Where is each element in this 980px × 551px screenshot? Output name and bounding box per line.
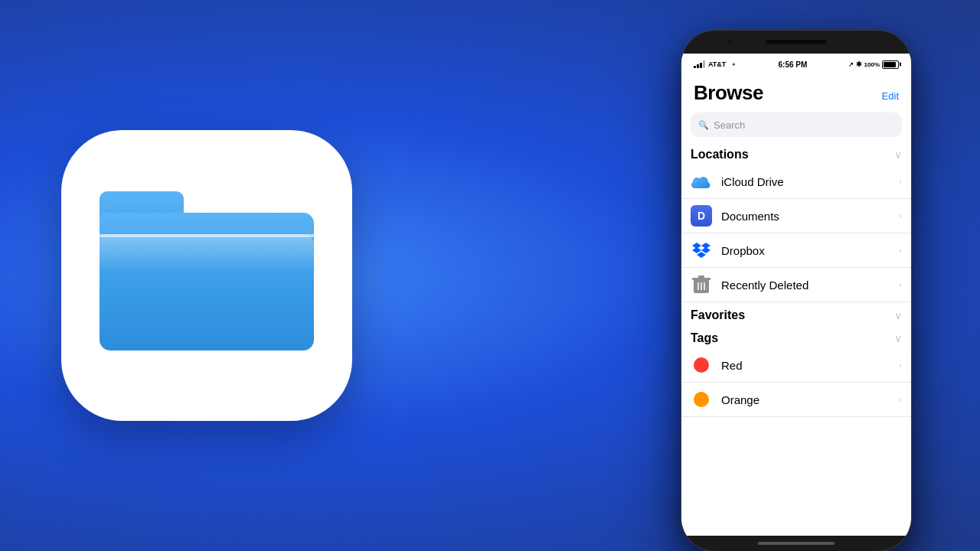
svg-rect-7	[698, 276, 704, 278]
signal-bars	[694, 60, 705, 68]
bluetooth-icon: ✱	[856, 60, 862, 68]
tags-chevron-icon: ∨	[894, 332, 902, 344]
documents-chevron-icon: ›	[899, 211, 902, 220]
favorites-chevron-icon: ∨	[894, 309, 902, 321]
list-item-tag-red[interactable]: Red ›	[681, 348, 911, 383]
files-app-content: Browse Edit 🔍 Search Locations ∨	[681, 75, 911, 536]
dropbox-svg	[691, 240, 711, 260]
list-item-icloud-drive[interactable]: iCloud Drive ›	[681, 165, 911, 199]
battery-icon	[882, 60, 899, 69]
signal-bar-2	[697, 64, 699, 68]
icloud-drive-chevron-icon: ›	[899, 177, 902, 186]
svg-marker-2	[692, 247, 701, 253]
svg-marker-4	[697, 252, 706, 258]
list-item-dropbox[interactable]: Dropbox ›	[681, 233, 911, 268]
search-icon: 🔍	[698, 120, 709, 130]
list-item-tag-orange[interactable]: Orange ›	[681, 383, 911, 417]
tags-section-header[interactable]: Tags ∨	[681, 325, 911, 348]
iphone-device: AT&T ﹢ 6:56 PM ↗ ✱ 100%	[681, 31, 911, 551]
favorites-section-header[interactable]: Favorites ∨	[681, 302, 911, 325]
signal-bar-4	[703, 60, 705, 68]
red-dot-icon	[694, 357, 709, 373]
favorites-title: Favorites	[691, 308, 745, 322]
dropbox-icon	[691, 240, 712, 261]
battery-container	[882, 60, 899, 69]
folder-icon	[100, 191, 314, 360]
page-title: Browse	[694, 81, 763, 105]
recently-deleted-label: Recently Deleted	[721, 279, 890, 292]
home-indicator	[758, 542, 835, 545]
status-left: AT&T ﹢	[694, 60, 737, 70]
speaker-grille	[766, 40, 827, 44]
recently-deleted-chevron-icon: ›	[899, 280, 902, 289]
nav-bar: Browse Edit	[681, 75, 911, 108]
list-item-recently-deleted[interactable]: Recently Deleted ›	[681, 268, 911, 302]
icloud-drive-label: iCloud Drive	[721, 175, 890, 188]
battery-label: 100%	[864, 61, 880, 68]
svg-marker-3	[701, 247, 710, 253]
dropbox-chevron-icon: ›	[899, 246, 902, 255]
svg-rect-6	[692, 278, 710, 280]
red-tag-chevron-icon: ›	[899, 360, 902, 370]
app-icon-container	[61, 130, 352, 421]
search-input[interactable]: Search	[714, 119, 745, 131]
locations-section-header[interactable]: Locations ∨	[681, 142, 911, 165]
iphone-mockup: AT&T ﹢ 6:56 PM ↗ ✱ 100%	[612, 0, 980, 551]
dropbox-label: Dropbox	[721, 244, 890, 257]
trash-icon	[691, 274, 712, 295]
locations-title: Locations	[691, 148, 749, 161]
documents-icon: D	[691, 205, 712, 227]
iphone-screen: AT&T ﹢ 6:56 PM ↗ ✱ 100%	[681, 54, 911, 536]
search-container: 🔍 Search	[681, 108, 911, 142]
trash-svg	[692, 275, 710, 295]
orange-tag-icon	[691, 389, 712, 410]
documents-label: Documents	[721, 210, 890, 223]
status-right: ↗ ✱ 100%	[848, 60, 899, 69]
search-bar[interactable]: 🔍 Search	[691, 112, 902, 137]
icloud-icon	[691, 171, 712, 192]
battery-fill	[884, 62, 896, 67]
locations-chevron-icon: ∨	[894, 148, 902, 161]
iphone-top-bar	[681, 31, 911, 54]
icloud-svg	[691, 174, 712, 189]
location-icon: ↗	[848, 61, 854, 68]
app-icon-section	[61, 130, 352, 421]
list-item-documents[interactable]: D Documents ›	[681, 199, 911, 233]
orange-dot-icon	[694, 392, 709, 407]
signal-bar-1	[694, 66, 696, 68]
folder-body	[100, 213, 314, 350]
orange-tag-label: Orange	[721, 393, 890, 406]
signal-bar-3	[700, 63, 702, 68]
wifi-icon: ﹢	[730, 60, 737, 70]
documents-d-icon: D	[691, 205, 712, 227]
orange-tag-chevron-icon: ›	[899, 395, 902, 404]
carrier-label: AT&T	[708, 60, 726, 68]
red-tag-icon	[691, 354, 712, 376]
edit-button[interactable]: Edit	[882, 90, 899, 105]
folder-shine	[100, 234, 314, 272]
status-time: 6:56 PM	[779, 60, 808, 69]
front-camera	[727, 38, 733, 44]
tags-title: Tags	[691, 331, 718, 345]
status-bar: AT&T ﹢ 6:56 PM ↗ ✱ 100%	[681, 54, 911, 75]
iphone-bottom-bar	[681, 536, 911, 551]
red-tag-label: Red	[721, 359, 890, 372]
